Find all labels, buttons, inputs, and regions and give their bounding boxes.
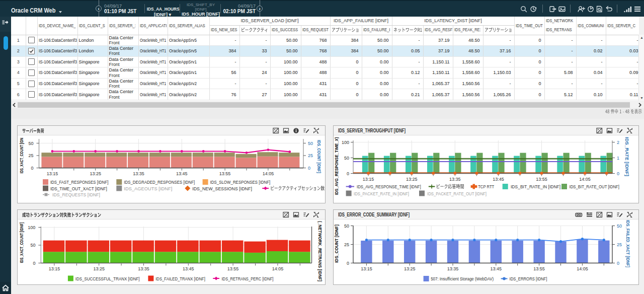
svg-text:25: 25 <box>308 153 313 158</box>
svg-text:13:45: 13:45 <box>491 266 502 271</box>
svg-text:25: 25 <box>617 242 622 247</box>
svg-text:50: 50 <box>344 156 349 161</box>
svg-text:IDS_TIME_OUT_XACT [IDNF]: IDS_TIME_OUT_XACT [IDNF] <box>50 186 107 191</box>
svg-text:50: 50 <box>30 243 35 248</box>
svg-text:IDS_COUNT [IDNF]: IDS_COUNT [IDNF] <box>316 140 322 173</box>
svg-text:0: 0 <box>617 261 619 266</box>
svg-text:13:35: 13:35 <box>449 177 461 182</box>
svg-text:IDS_XACT_COUNT [IDNF]: IDS_XACT_COUNT [IDNF] <box>19 223 24 263</box>
svg-text:13:55: 13:55 <box>536 177 547 182</box>
svg-text:TCP RTT: TCP RTT <box>478 184 494 189</box>
svg-text:50: 50 <box>344 224 349 229</box>
svg-text:13:15: 13:15 <box>361 266 372 271</box>
svg-text:13:55: 13:55 <box>533 266 545 271</box>
svg-text:13:45: 13:45 <box>176 171 188 176</box>
svg-text:IDS_BIT_RATE_IN [IDNF]: IDS_BIT_RATE_IN [IDNF] <box>511 184 560 189</box>
svg-text:IDS_REQUESTS [IDNF]: IDS_REQUESTS [IDNF] <box>52 192 100 197</box>
svg-text:13:25: 13:25 <box>93 266 105 271</box>
svg-text:IDS_SLOW_RESPONSES [IDNF]: IDS_SLOW_RESPONSES [IDNF] <box>210 179 271 185</box>
svg-text:13:55: 13:55 <box>227 266 239 271</box>
svg-text:13:35: 13:35 <box>138 266 149 271</box>
svg-text:IDS_FAILED_TRANX [IDNF]: IDS_FAILED_TRANX [IDNF] <box>155 276 205 281</box>
svg-text:IDS_ERRORS [IDNF]: IDS_ERRORS [IDNF] <box>510 276 547 281</box>
svg-text:13:35: 13:35 <box>447 266 459 271</box>
svg-text:14:05: 14:05 <box>577 266 588 271</box>
svg-text:14:05: 14:05 <box>263 171 274 176</box>
svg-text:IDS_COUNT [IDNF]: IDS_COUNT [IDNF] <box>334 225 339 263</box>
svg-text:IDS_PACKET_RATE_OUT [IDNF]: IDS_PACKET_RATE_OUT [IDNF] <box>427 191 487 196</box>
svg-text:IDS_SUCCESSFUL_TRANX [IDNF]: IDS_SUCCESSFUL_TRANX [IDNF] <box>75 276 140 281</box>
svg-text:50: 50 <box>308 141 313 146</box>
svg-text:0: 0 <box>617 171 619 176</box>
svg-text:13:25: 13:25 <box>404 266 416 271</box>
svg-text:IDS_RETRANS_PERC [IDNF]: IDS_RETRANS_PERC [IDNF] <box>222 276 274 281</box>
svg-text:IDS_FAILED_XACT [IDNF]: IDS_FAILED_XACT [IDNF] <box>625 220 631 267</box>
svg-text:0: 0 <box>33 261 35 266</box>
svg-text:100: 100 <box>28 225 35 230</box>
svg-text:IDS_FAST_RESPONSES [IDNF]: IDS_FAST_RESPONSES [IDNF] <box>50 179 109 185</box>
svg-text:13:15: 13:15 <box>363 177 374 182</box>
svg-text:2: 2 <box>617 140 619 145</box>
svg-text:50: 50 <box>29 141 34 146</box>
svg-text:0: 0 <box>308 166 310 171</box>
svg-text:IDS_AGEOUTS [IDNF]: IDS_AGEOUTS [IDNF] <box>124 186 172 191</box>
svg-text:507: Insufficient Storage (Web: 507: Insufficient Storage (WebDAV) <box>431 276 494 281</box>
svg-text:IDS_BIT_RATE_OUT [IDNF]: IDS_BIT_RATE_OUT [IDNF] <box>570 184 620 189</box>
svg-text:13:15: 13:15 <box>47 171 58 176</box>
svg-text:13:25: 13:25 <box>406 177 418 182</box>
svg-text:0: 0 <box>31 166 34 171</box>
svg-text:0: 0 <box>347 261 349 266</box>
svg-text:IDS_NEW_SESSIONS [IDNF]: IDS_NEW_SESSIONS [IDNF] <box>192 186 252 191</box>
svg-text:13:45: 13:45 <box>493 177 504 182</box>
svg-text:(_NETWORK_RETRANS [IDNF]: (_NETWORK_RETRANS [IDNF] <box>317 221 323 281</box>
svg-text:13:45: 13:45 <box>183 266 194 271</box>
svg-text:13:15: 13:15 <box>49 266 60 271</box>
svg-text:13:25: 13:25 <box>90 171 101 176</box>
svg-text:IDS_DEGRADED_RESPONSES [IDNF]: IDS_DEGRADED_RESPONSES [IDNF] <box>124 179 195 185</box>
svg-text:IDS_RATE [IDNF]: IDS_RATE [IDNF] <box>624 137 630 176</box>
svg-text:14:05: 14:05 <box>272 266 284 271</box>
svg-text:14:05: 14:05 <box>579 177 591 182</box>
svg-text:IDS_PACKET_RATE_IN [IDNF]: IDS_PACKET_RATE_IN [IDNF] <box>354 191 409 196</box>
svg-text:50: 50 <box>617 224 622 229</box>
svg-text:IDS_AVG_RESPONSE_TIME [IDNF]: IDS_AVG_RESPONSE_TIME [IDNF] <box>357 184 421 189</box>
svg-text:0: 0 <box>347 171 349 176</box>
svg-text:13:35: 13:35 <box>133 171 144 176</box>
svg-text:IDS_AVG_RESPONSE_TIME_X): IDS_AVG_RESPONSE_TIME_X) <box>334 137 339 195</box>
svg-text:25: 25 <box>29 153 34 158</box>
svg-text:100: 100 <box>342 140 349 145</box>
svg-text:IDS_XACT_COUNT [IDN: IDS_XACT_COUNT [IDN <box>19 137 24 173</box>
svg-text:25: 25 <box>344 242 349 247</box>
svg-text:1: 1 <box>617 156 619 161</box>
svg-text:13:55: 13:55 <box>219 171 231 176</box>
